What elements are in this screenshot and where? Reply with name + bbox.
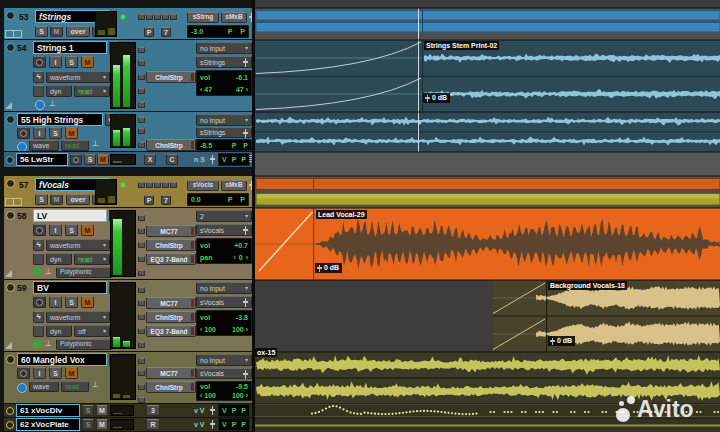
- send-slot[interactable]: [146, 182, 153, 188]
- send-a-button[interactable]: sVocls: [187, 180, 219, 191]
- output-selector[interactable]: sStrings: [196, 127, 252, 138]
- track-name-box[interactable]: 55 High Strings: [17, 113, 103, 126]
- solo-button[interactable]: S: [82, 405, 94, 416]
- track-header-high-strings[interactable]: 55 High Strings▾ISMwaveread⊥ChnlStrpno i…: [4, 112, 255, 152]
- insert-slot-mc77[interactable]: MC77: [146, 225, 196, 237]
- cell-c-button[interactable]: C: [166, 154, 178, 165]
- send-slot[interactable]: [170, 182, 177, 188]
- send-key-7[interactable]: 7: [161, 195, 171, 205]
- record-enable-button[interactable]: [70, 154, 82, 165]
- clip-gain-background-vocals[interactable]: 0 dB: [548, 336, 575, 346]
- output-selector[interactable]: sStrings: [196, 56, 252, 68]
- insert-slot-chnlstrp[interactable]: ChnlStrp: [146, 71, 196, 83]
- track-view-selector[interactable]: waveform▾: [46, 311, 110, 323]
- insert-slot[interactable]: [138, 287, 145, 293]
- track-header-mangled-vox[interactable]: 60 Mangled Vox▾ISMwaveread⊥MC77ChnlStrpn…: [4, 352, 255, 404]
- insert-slot[interactable]: [138, 397, 145, 403]
- dyn-selector[interactable]: dyn: [46, 85, 72, 97]
- track-header-xvocplate[interactable]: 62 xVocPlateSMRv VVPP: [4, 418, 255, 432]
- output-selector[interactable]: sVocals: [196, 224, 252, 236]
- insert-slot[interactable]: [138, 117, 145, 123]
- volume-pan-panel[interactable]: vol-6.1‹ 4747 ›: [196, 70, 252, 96]
- fvocals-bar-orange[interactable]: [256, 179, 720, 190]
- info-icon[interactable]: [17, 383, 27, 393]
- volume-pan-panel[interactable]: vol-3.8‹ 100100 ›: [196, 310, 252, 336]
- info-icon[interactable]: [17, 142, 27, 152]
- send-slot[interactable]: [138, 14, 145, 20]
- elastic-audio-icon[interactable]: ϟ: [33, 311, 44, 323]
- insert-slot[interactable]: [138, 342, 145, 348]
- mute-button[interactable]: M: [81, 224, 94, 236]
- track-header-bv[interactable]: 59BV▾ISMϟwaveform▾dynoff▾⊥PolyphonicMC77…: [4, 280, 255, 352]
- send-cell-button[interactable]: R: [146, 419, 160, 430]
- dyn-icon[interactable]: [33, 85, 44, 97]
- insert-slot[interactable]: [138, 47, 145, 53]
- insert-slot[interactable]: [138, 328, 145, 334]
- volume-pan-panel[interactable]: vol+0.7pan›0‹: [196, 238, 252, 264]
- track-toggle-icon[interactable]: [6, 11, 15, 20]
- fstrings-bar-1[interactable]: [256, 11, 720, 21]
- dyn-selector[interactable]: dyn: [46, 325, 72, 337]
- send-slot[interactable]: [170, 14, 177, 20]
- mute-button[interactable]: M: [81, 296, 94, 308]
- automation-mode-selector[interactable]: read: [61, 140, 89, 151]
- dyn-icon[interactable]: [33, 253, 44, 265]
- cell-x-button[interactable]: X: [144, 154, 156, 165]
- mute-button[interactable]: M: [81, 56, 94, 68]
- input-selector[interactable]: no input▾: [196, 42, 252, 54]
- level-panel[interactable]: -8.5PP: [196, 139, 252, 151]
- insert-slot-chnlstrp[interactable]: ChnlStrp: [146, 381, 196, 393]
- insert-slot[interactable]: [138, 228, 145, 234]
- track-header-fstrings[interactable]: 53fStringsSMoverreadP7sStrngsMxB-3.0PP: [4, 8, 255, 40]
- track-toggle-icon[interactable]: [6, 421, 14, 429]
- track-name-box[interactable]: 56 LwStr: [16, 153, 68, 166]
- track-header-xvocdlv[interactable]: 61 xVocDlvSM3v VVPP: [4, 404, 255, 418]
- insert-slot-eq3-7-band[interactable]: EQ3 7-Band: [146, 253, 196, 265]
- automation-mode-selector[interactable]: off▾: [74, 325, 110, 337]
- clip-gain-strings[interactable]: 0 dB: [423, 93, 450, 103]
- record-enable-button[interactable]: [17, 367, 30, 379]
- input-selector[interactable]: no input▾: [196, 114, 252, 126]
- insert-slot[interactable]: [138, 370, 145, 376]
- output-selector[interactable]: sVocals: [196, 296, 252, 308]
- volume-panel[interactable]: -3.0PP: [187, 25, 249, 38]
- track-toggle-icon[interactable]: [6, 156, 14, 164]
- track-toggle-icon[interactable]: [6, 43, 15, 52]
- solo-button[interactable]: S: [35, 26, 48, 37]
- automation-mode-selector[interactable]: read▾: [74, 253, 110, 265]
- mute-button[interactable]: M: [65, 127, 78, 139]
- track-header-fvocals[interactable]: 57fVocalsSMoverreadP7sVoclssMxB0.0PP: [4, 176, 255, 208]
- clip-gain-lead-vocal[interactable]: 0 dB: [315, 263, 342, 273]
- insert-slot-eq3-7-band[interactable]: EQ3 7-Band: [146, 325, 196, 337]
- track-view-selector[interactable]: waveform▾: [46, 239, 110, 251]
- insert-slot[interactable]: [138, 142, 145, 148]
- insert-slot-chnlstrp[interactable]: ChnlStrp: [146, 311, 196, 323]
- mute-button[interactable]: M: [96, 419, 108, 430]
- mute-button[interactable]: M: [65, 367, 78, 379]
- overdub-button[interactable]: over: [66, 194, 90, 205]
- voice-selector[interactable]: Polyphonic: [56, 339, 112, 350]
- track-view-selector[interactable]: wave: [29, 140, 59, 151]
- record-enable-button[interactable]: [17, 127, 30, 139]
- track-header-strings-1[interactable]: 54Strings 1▾ISMϟwaveform▾dynread▾⊥ChnlSt…: [4, 40, 255, 112]
- solo-button[interactable]: S: [65, 56, 78, 68]
- solo-button[interactable]: S: [65, 224, 78, 236]
- track-header-lwstr[interactable]: 56 LwStrSMXCn SVPP: [4, 152, 255, 168]
- input-selector[interactable]: no input▾: [196, 282, 252, 294]
- solo-button[interactable]: S: [49, 367, 62, 379]
- input-monitor-button[interactable]: I: [33, 367, 46, 379]
- insert-slot[interactable]: [138, 215, 145, 221]
- voice-selector[interactable]: Polyphonic: [56, 267, 112, 278]
- insert-slot[interactable]: [138, 242, 145, 248]
- send-slot[interactable]: [154, 14, 161, 20]
- input-monitor-button[interactable]: I: [49, 224, 62, 236]
- insert-slot[interactable]: [138, 358, 145, 364]
- value-panel[interactable]: VPP: [218, 418, 250, 431]
- track-name-box[interactable]: LV: [33, 209, 107, 222]
- input-monitor-button[interactable]: I: [33, 127, 46, 139]
- track-name-box[interactable]: 61 xVocDlv: [16, 404, 80, 417]
- automation-mode-selector[interactable]: read▾: [74, 85, 110, 97]
- elastic-audio-icon[interactable]: ϟ: [33, 71, 44, 83]
- track-view-selector[interactable]: wave: [29, 381, 59, 392]
- solo-button[interactable]: S: [82, 419, 94, 430]
